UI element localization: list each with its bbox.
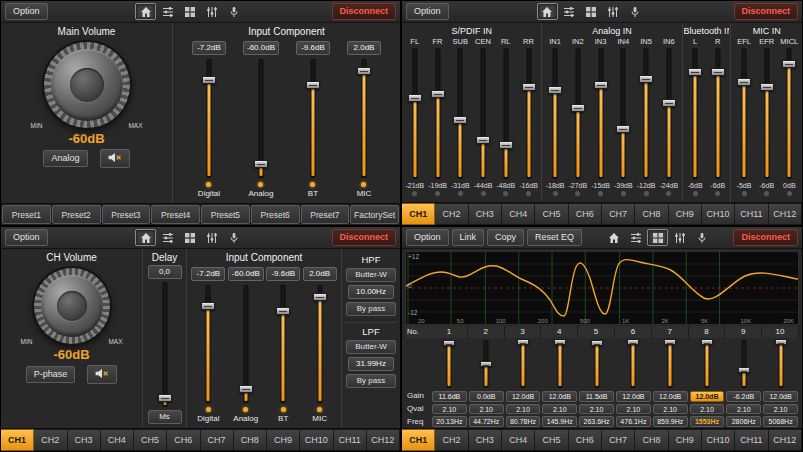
channel-tab[interactable]: CH12 (769, 429, 802, 451)
channel-tab[interactable]: CH10 (702, 203, 735, 225)
preset-button[interactable]: Preset1 (2, 205, 51, 224)
preset-button[interactable]: FactorySet (350, 205, 399, 224)
disconnect-button[interactable]: Disconnect (734, 3, 799, 20)
option-button[interactable]: Option (406, 3, 449, 20)
band-freq-value[interactable]: 1553Hz (690, 416, 725, 427)
level-slider[interactable] (593, 48, 609, 179)
slider-thumb[interactable] (782, 60, 796, 68)
mixer-icon[interactable] (157, 229, 178, 246)
slider-thumb[interactable] (591, 340, 603, 346)
level-slider[interactable] (661, 48, 677, 179)
slider-thumb[interactable] (408, 94, 422, 102)
level-slider[interactable] (498, 48, 514, 179)
channel-tab[interactable]: CH3 (68, 429, 101, 451)
slider-thumb[interactable] (664, 339, 676, 345)
channel-tab[interactable]: CH6 (569, 429, 602, 451)
channel-tab[interactable]: CH1 (402, 203, 435, 225)
grid-icon[interactable] (581, 3, 602, 20)
channel-tab[interactable]: CH11 (334, 429, 367, 451)
level-slider[interactable] (452, 48, 468, 179)
eq-sliders-icon[interactable] (669, 229, 690, 246)
channel-tab[interactable]: CH9 (669, 429, 702, 451)
slider-thumb[interactable] (760, 83, 774, 91)
band-number[interactable]: 8 (689, 326, 726, 338)
channel-tab[interactable]: CH5 (535, 203, 568, 225)
band-gain-slider[interactable] (773, 340, 789, 388)
channel-tab[interactable]: CH7 (201, 429, 234, 451)
mic-icon[interactable] (223, 3, 244, 20)
band-q-value[interactable]: 2.10 (579, 404, 614, 415)
grid-icon[interactable] (179, 3, 200, 20)
band-gain-value[interactable]: 0.0dB (469, 391, 504, 402)
slider-thumb[interactable] (431, 90, 445, 98)
band-gain-slider[interactable] (478, 340, 494, 388)
slider-thumb[interactable] (306, 81, 320, 89)
channel-tab[interactable]: CH8 (234, 429, 267, 451)
band-q-value[interactable]: 2.10 (653, 404, 688, 415)
slider-thumb[interactable] (517, 339, 529, 345)
channel-tab[interactable]: CH4 (101, 429, 134, 451)
channel-tab[interactable]: CH10 (702, 429, 735, 451)
band-gain-value[interactable]: 12.0dB (653, 391, 688, 402)
slider-thumb[interactable] (476, 136, 490, 144)
slider-thumb[interactable] (254, 160, 268, 168)
slider-thumb[interactable] (239, 385, 253, 393)
ch-volume-knob[interactable] (34, 268, 110, 344)
band-number[interactable]: 7 (652, 326, 689, 338)
hpf-type-button[interactable]: Butter-W (346, 268, 396, 282)
level-slider[interactable] (547, 48, 563, 179)
input-gain-slider[interactable] (305, 59, 321, 178)
band-number[interactable]: 2 (468, 326, 505, 338)
preset-button[interactable]: Preset5 (201, 205, 250, 224)
band-gain-slider[interactable] (441, 340, 457, 388)
slider-thumb[interactable] (616, 125, 630, 133)
slider-thumb[interactable] (738, 367, 750, 373)
mute-button[interactable] (100, 149, 130, 168)
delay-slider[interactable] (157, 282, 173, 407)
slider-thumb[interactable] (453, 116, 467, 124)
preset-button[interactable]: Preset4 (151, 205, 200, 224)
slider-thumb[interactable] (711, 68, 725, 76)
channel-tab[interactable]: CH6 (569, 203, 602, 225)
preset-button[interactable]: Preset3 (102, 205, 151, 224)
mixer-icon[interactable] (157, 3, 178, 20)
lpf-type-button[interactable]: Butter-W (346, 340, 396, 354)
channel-tab[interactable]: CH8 (635, 203, 668, 225)
level-slider[interactable] (521, 48, 537, 179)
level-slider[interactable] (615, 48, 631, 179)
channel-tab[interactable]: CH4 (502, 429, 535, 451)
input-gain-slider[interactable] (312, 285, 328, 403)
band-freq-value[interactable]: 5068Hz (763, 416, 798, 427)
input-gain-slider[interactable] (253, 59, 269, 178)
channel-tab[interactable]: CH3 (469, 203, 502, 225)
band-freq-value[interactable]: 145.9Hz (542, 416, 577, 427)
slider-thumb[interactable] (639, 75, 653, 83)
disconnect-button[interactable]: Disconnect (332, 229, 397, 246)
band-q-value[interactable]: 2.10 (469, 404, 504, 415)
reset-eq-button[interactable]: Reset EQ (527, 229, 582, 246)
disconnect-button[interactable]: Disconnect (733, 229, 798, 246)
channel-tab[interactable]: CH12 (769, 203, 802, 225)
band-freq-value[interactable]: 859.9Hz (653, 416, 688, 427)
band-gain-value[interactable]: 12.0dB (616, 391, 651, 402)
band-gain-slider[interactable] (625, 340, 641, 388)
delay-unit-button[interactable]: Ms (148, 410, 182, 424)
channel-tab[interactable]: CH8 (635, 429, 668, 451)
channel-tab[interactable]: CH7 (602, 203, 635, 225)
grid-icon[interactable] (179, 229, 200, 246)
channel-tab[interactable]: CH2 (435, 203, 468, 225)
input-gain-slider[interactable] (356, 59, 372, 178)
band-gain-slider[interactable] (736, 340, 752, 388)
level-slider[interactable] (759, 48, 775, 179)
slider-thumb[interactable] (737, 78, 751, 86)
band-gain-value[interactable]: -6.2dB (726, 391, 761, 402)
slider-thumb[interactable] (313, 293, 327, 301)
hpf-freq-value[interactable]: 10.00Hz (348, 285, 394, 299)
channel-tab[interactable]: CH7 (602, 429, 635, 451)
mixer-icon[interactable] (625, 229, 646, 246)
channel-tab[interactable]: CH2 (34, 429, 67, 451)
home-icon[interactable] (537, 3, 558, 20)
slider-thumb[interactable] (775, 339, 787, 345)
band-freq-value[interactable]: 80.78Hz (506, 416, 541, 427)
slider-thumb[interactable] (662, 99, 676, 107)
